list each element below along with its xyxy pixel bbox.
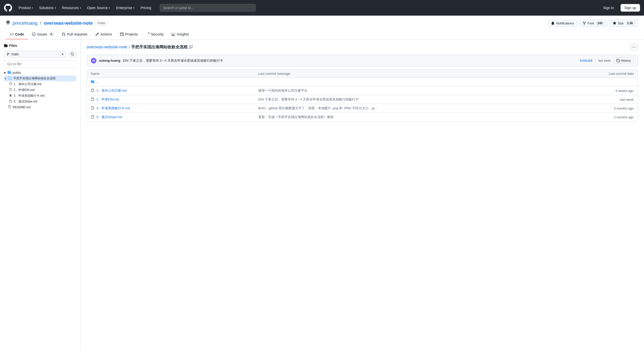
signin-button[interactable]: Sign in [600, 4, 618, 11]
tab-pr-label: Pull requests [67, 32, 87, 36]
tree-item-label: 2、申请EIN.md [14, 88, 34, 92]
tab-insights[interactable]: Insights [168, 30, 193, 39]
tab-actions-label: Actions [100, 32, 112, 36]
file-icon [8, 105, 11, 109]
tab-code[interactable]: Code [6, 30, 28, 39]
fork-label: Fork [588, 21, 594, 25]
star-label: Star [618, 21, 624, 25]
commit-author-name: xulong.huang [99, 59, 120, 62]
history-button[interactable]: History [614, 57, 634, 64]
search-tree-button[interactable] [68, 51, 76, 57]
file-icon [91, 89, 94, 93]
tree-item-readme[interactable]: README.md [4, 104, 76, 110]
file-tree: ▶ public ▼ 手把手实现出海网站收款全流程 1、海外公司注册.md [4, 70, 76, 110]
commit-right-info: 5e66ab6 · last week History [580, 57, 634, 64]
file-table: Name Last commit message Last commit dat… [87, 69, 638, 122]
file-name-parent[interactable]: .. [91, 80, 258, 84]
table-row-0[interactable]: 1、海外公司注册.md 推荐一个国内的海外公司注册平台 3 weeks ago [87, 86, 638, 95]
file-icon [9, 94, 12, 98]
tab-pull-requests[interactable]: Pull requests [58, 30, 91, 39]
sidebar: Files main ▾ ▶ public [0, 40, 81, 350]
commit-time: last week [598, 59, 611, 62]
tree-item-label: 1、海外公司注册.md [14, 82, 42, 86]
github-logo[interactable] [4, 4, 12, 12]
file-icon [91, 97, 94, 102]
nav-item-resources[interactable]: Resources ▾ [59, 4, 84, 11]
nav-item-pricing[interactable]: Pricing [138, 4, 154, 11]
go-to-file-input[interactable] [4, 60, 76, 68]
tab-code-label: Code [15, 32, 24, 36]
file-name-0[interactable]: 1、海外公司注册.md [91, 88, 258, 93]
file-icon [9, 100, 12, 103]
repo-tabs: Code Issues 8 Pull requests Actions Proj… [6, 30, 638, 39]
file-icon [9, 88, 12, 92]
tree-item-file3[interactable]: 3、申请美国银行卡.md [4, 93, 76, 99]
tree-item-file4[interactable]: 4、激活Stripe.md [4, 99, 76, 104]
sidebar-header: Files [4, 44, 76, 48]
search-input[interactable] [160, 4, 256, 12]
file-name-1[interactable]: 2、申请EIN.md [91, 97, 258, 102]
folder-open-icon [8, 76, 12, 81]
tab-actions[interactable]: Actions [91, 30, 116, 39]
file-name-2[interactable]: 3、申请美国银行卡.md [91, 106, 258, 111]
chevron-down-icon: ▾ [133, 7, 134, 9]
branch-selector[interactable]: main ▾ [4, 51, 66, 58]
commit-time-separator: · [595, 59, 596, 62]
table-row-3[interactable]: 4、激活Stripe.md 更新：完成《手把手实现出海网站收款全流程》教程 2 … [87, 113, 638, 121]
nav-item-enterprise[interactable]: Enterprise ▾ [114, 4, 137, 11]
nav-item-solutions[interactable]: Solutions ▾ [37, 4, 58, 11]
nav-item-product[interactable]: Product ▾ [16, 4, 35, 11]
repo-visibility-badge: Public [95, 21, 108, 26]
star-button[interactable]: Star 1.3k [610, 20, 638, 27]
tab-issues-label: Issues [37, 32, 47, 36]
branch-chevron-icon: ▾ [62, 52, 63, 56]
tree-item-label: README.md [13, 106, 30, 109]
nav-menu: Product ▾ Solutions ▾ Resources ▾ Open S… [16, 4, 154, 11]
commit-author-avatar: xh [91, 58, 96, 63]
tab-issues[interactable]: Issues 8 [28, 30, 58, 39]
top-navigation: Product ▾ Solutions ▾ Resources ▾ Open S… [0, 0, 644, 16]
copy-path-button[interactable] [189, 45, 193, 49]
sidebar-title: Files [4, 44, 17, 48]
file-icon [9, 82, 12, 86]
chevron-down-icon: ▾ [109, 7, 110, 9]
table-row-parent[interactable]: .. [87, 78, 638, 86]
tree-item-label: 3、申请美国银行卡.md [14, 94, 45, 98]
issues-badge: 8 [49, 32, 54, 36]
table-row-1[interactable]: 2、申请EIN.md EIN 下来之后，需要等待 3～4 天再去申请水星或者其他… [87, 95, 638, 104]
tree-item-label: 4、激活Stripe.md [14, 99, 37, 104]
signup-button[interactable]: Sign up [621, 4, 640, 12]
tree-item-file2[interactable]: 2、申请EIN.md [4, 87, 76, 93]
chevron-down-icon: ▾ [55, 7, 56, 9]
nav-item-open-source[interactable]: Open Source ▾ [85, 4, 113, 11]
repo-header: princehuang / overseas-website-note Publ… [0, 16, 644, 40]
commit-row: xh xulong.huang EIN 下来之后，需要等待 3～4 天再去申请水… [87, 55, 638, 66]
content-area: overseas-website-note / 手把手实现出海网站收款全流程 ·… [81, 40, 644, 350]
chevron-down-icon: ▾ [80, 7, 81, 9]
breadcrumb-current: 手把手实现出海网站收款全流程 [131, 45, 188, 50]
notifications-label: Notifications [556, 21, 574, 25]
chevron-down-icon: ▼ [4, 77, 7, 80]
file-name-3[interactable]: 4、激活Stripe.md [91, 115, 258, 119]
notifications-button[interactable]: Notifications [548, 20, 577, 27]
star-count: 1.3k [625, 21, 635, 25]
tree-item-public[interactable]: ▶ public [4, 70, 76, 76]
folder-icon [8, 71, 11, 75]
chevron-down-icon: ▾ [32, 7, 33, 9]
tab-security[interactable]: Security [142, 30, 168, 39]
col-header-name: Name [91, 72, 258, 76]
file-table-header: Name Last commit message Last commit dat… [87, 70, 638, 78]
repo-name-link[interactable]: overseas-website-note [44, 21, 93, 26]
tab-projects-label: Projects [125, 32, 138, 36]
tab-projects[interactable]: Projects [116, 30, 142, 39]
commit-message: EIN 下来之后，需要等待 3～4 天再去申请水星或者其他银行的银行卡 [123, 58, 223, 63]
tree-item-folder-main[interactable]: ▼ 手把手实现出海网站收款全流程 [4, 76, 76, 81]
more-options-button[interactable]: ··· [630, 44, 638, 51]
repo-owner-link[interactable]: princehuang [13, 21, 38, 26]
table-row-2[interactable]: 3、申请美国银行卡.md BUG：github 部分截图显示不了，原因：本地图片… [87, 104, 638, 113]
breadcrumb-repo-link[interactable]: overseas-website-note [87, 45, 127, 49]
tree-item-label: public [13, 71, 21, 75]
fork-button[interactable]: Fork 143 [579, 20, 607, 27]
tree-item-file1[interactable]: 1、海外公司注册.md [4, 81, 76, 87]
history-label: History [621, 59, 631, 62]
